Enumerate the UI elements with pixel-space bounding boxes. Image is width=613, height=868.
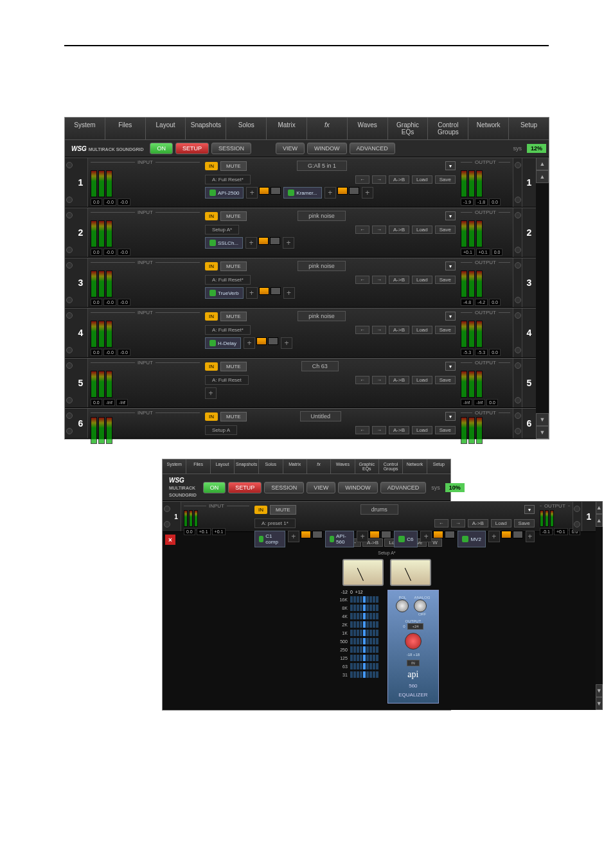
eq-slider[interactable] [353, 646, 356, 653]
rack-name[interactable]: drums [360, 504, 398, 515]
mute-button[interactable]: MUTE [220, 312, 247, 321]
eq-slider[interactable] [360, 646, 362, 653]
plugin-slot[interactable]: H-Delay [205, 337, 241, 349]
eq-slider[interactable] [369, 613, 372, 619]
eq-slider[interactable] [357, 630, 359, 636]
plugin-in-icon[interactable] [209, 340, 216, 346]
session-button[interactable]: SESSION [211, 143, 251, 154]
preset-name[interactable]: A: Full Reset [205, 375, 249, 385]
rack-dropdown-icon[interactable]: ▾ [445, 362, 456, 371]
next-preset-button[interactable]: → [451, 519, 465, 527]
scroll-up-icon[interactable]: ▲ [536, 157, 549, 170]
eq-band-row[interactable]: 16K [335, 596, 378, 603]
eq-slider[interactable] [373, 671, 375, 678]
small-menu-files[interactable]: Files [186, 459, 210, 474]
small-menu-graphic-eqs[interactable]: Graphic EQs [355, 459, 379, 474]
eq-slider[interactable] [363, 671, 366, 678]
add-plugin-button[interactable]: + [362, 187, 373, 199]
rack-dropdown-icon[interactable]: ▾ [445, 261, 456, 270]
plugin-slot[interactable]: C6 [394, 531, 418, 547]
plugin-in-icon[interactable] [209, 240, 216, 246]
eq-slider[interactable] [357, 596, 359, 603]
eq-slider[interactable] [373, 663, 375, 669]
eq-slider[interactable] [360, 596, 362, 603]
eq-slider[interactable] [360, 638, 362, 644]
eq-slider[interactable] [350, 646, 353, 653]
add-slot-button[interactable]: + [244, 337, 255, 349]
eq-slider[interactable] [357, 613, 359, 619]
mute-button[interactable]: MUTE [220, 412, 247, 421]
rack-dropdown-icon[interactable]: ▾ [524, 505, 535, 514]
add-plugin-button[interactable]: + [526, 531, 535, 542]
rack-name[interactable]: pink noise [298, 211, 346, 221]
eq-slider[interactable] [350, 663, 353, 669]
eq-band-row[interactable]: 125 [335, 655, 378, 661]
eq-slider[interactable] [357, 638, 359, 644]
in-button[interactable]: IN [205, 162, 218, 170]
eq-slider[interactable] [366, 596, 369, 603]
eq-slider[interactable] [363, 621, 366, 628]
eq-slider[interactable] [363, 655, 366, 661]
ab-button[interactable]: A->B [389, 175, 409, 184]
plugin-in-icon[interactable] [330, 536, 334, 542]
plugin-slot[interactable]: C1 comp [254, 531, 285, 547]
mute-button[interactable]: MUTE [220, 211, 247, 221]
small-menu-system[interactable]: System [163, 459, 186, 474]
eq-slider[interactable] [357, 646, 359, 653]
polarity-knob[interactable] [396, 599, 409, 612]
preset-name[interactable]: A: preset 1* [254, 518, 296, 528]
ab-button[interactable]: A->B [389, 276, 409, 284]
menu-snapshots[interactable]: Snapshots [186, 118, 226, 139]
eq-slider[interactable] [366, 646, 369, 653]
add-plugin-button[interactable]: + [283, 237, 294, 249]
save-button[interactable]: Save [435, 426, 456, 434]
eq-slider[interactable] [363, 638, 366, 644]
eq-slider[interactable] [366, 630, 369, 636]
eq-slider[interactable] [366, 638, 369, 644]
in-button[interactable]: IN [205, 362, 218, 371]
eq-slider[interactable] [353, 671, 356, 678]
menu-matrix[interactable]: Matrix [267, 118, 307, 139]
add-slot-button[interactable]: + [246, 187, 258, 199]
eq-slider[interactable] [373, 646, 375, 653]
eq-slider[interactable] [369, 596, 372, 603]
add-slot-button[interactable]: + [246, 287, 258, 299]
ab-button[interactable]: A->B [389, 326, 409, 334]
add-plugin-button[interactable]: + [205, 387, 217, 399]
rack-name[interactable]: Untitled [300, 411, 342, 421]
save-button[interactable]: Save [514, 519, 535, 527]
eq-slider[interactable] [350, 605, 353, 611]
eq-slider[interactable] [373, 621, 375, 628]
rack-name[interactable]: pink noise [298, 311, 346, 321]
eq-slider[interactable] [369, 630, 372, 636]
small-view-button[interactable]: VIEW [306, 482, 335, 493]
preset-name[interactable]: A: Full Reset* [205, 325, 251, 335]
in-button[interactable]: IN [205, 262, 218, 270]
menu-layout[interactable]: Layout [146, 118, 186, 139]
eq-slider[interactable] [360, 655, 362, 661]
eq-slider[interactable] [363, 663, 366, 669]
eq-slider[interactable] [350, 630, 353, 636]
eq-slider[interactable] [369, 655, 372, 661]
eq-slider[interactable] [373, 655, 375, 661]
rack-dropdown-icon[interactable]: ▾ [445, 312, 456, 321]
eq-slider[interactable] [376, 663, 378, 669]
small-menu-matrix[interactable]: Matrix [283, 459, 307, 474]
small-menu-setup[interactable]: Setup [427, 459, 450, 474]
scroll-track[interactable] [536, 183, 549, 413]
menu-waves[interactable]: Waves [348, 118, 388, 139]
eq-slider[interactable] [360, 613, 362, 619]
load-button[interactable]: Load [412, 376, 432, 384]
preset-name[interactable]: A: Full Reset* [205, 175, 251, 184]
save-button[interactable]: Save [435, 326, 456, 334]
eq-slider[interactable] [357, 663, 359, 669]
eq-slider[interactable] [360, 671, 362, 678]
load-button[interactable]: Load [412, 326, 432, 334]
eq-band-row[interactable]: 63 [335, 663, 378, 669]
eq-band-row[interactable]: 1K [335, 630, 378, 636]
mute-button[interactable]: MUTE [220, 261, 247, 271]
menu-graphic-eqs[interactable]: Graphic EQs [388, 118, 429, 139]
next-preset-button[interactable]: → [372, 376, 386, 384]
eq-slider[interactable] [353, 663, 356, 669]
eq-slider[interactable] [357, 621, 359, 628]
